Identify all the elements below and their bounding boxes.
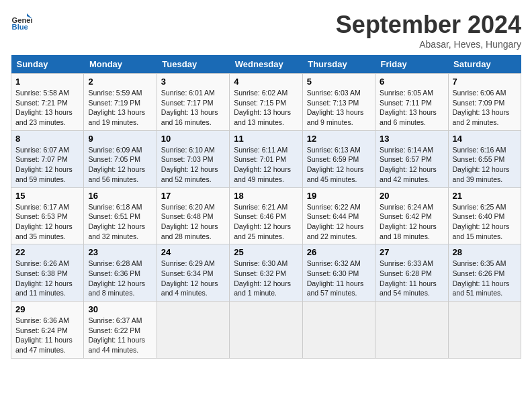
calendar-cell-11: 11Sunrise: 6:11 AM Sunset: 7:01 PM Dayli… <box>230 130 302 187</box>
day-number: 9 <box>88 134 152 144</box>
calendar-cell-empty <box>448 302 521 359</box>
calendar-cell-9: 9Sunrise: 6:09 AM Sunset: 7:05 PM Daylig… <box>84 130 157 187</box>
cell-sun-info: Sunrise: 6:03 AM Sunset: 7:13 PM Dayligh… <box>307 88 371 128</box>
col-header-monday: Monday <box>84 55 157 74</box>
col-header-tuesday: Tuesday <box>157 55 229 74</box>
cell-sun-info: Sunrise: 6:01 AM Sunset: 7:17 PM Dayligh… <box>161 88 225 128</box>
day-number: 20 <box>380 191 443 201</box>
day-number: 22 <box>15 247 79 257</box>
cell-sun-info: Sunrise: 6:22 AM Sunset: 6:44 PM Dayligh… <box>307 202 371 242</box>
calendar-cell-27: 27Sunrise: 6:33 AM Sunset: 6:28 PM Dayli… <box>375 244 448 302</box>
calendar-cell-3: 3Sunrise: 6:01 AM Sunset: 7:17 PM Daylig… <box>157 74 229 131</box>
logo-icon: General Blue <box>11 11 32 32</box>
col-header-thursday: Thursday <box>302 55 375 74</box>
day-number: 28 <box>453 247 517 257</box>
calendar-cell-30: 30Sunrise: 6:37 AM Sunset: 6:22 PM Dayli… <box>84 302 157 359</box>
day-number: 25 <box>234 247 298 257</box>
day-number: 1 <box>15 77 79 87</box>
day-number: 16 <box>88 191 152 201</box>
cell-sun-info: Sunrise: 5:58 AM Sunset: 7:21 PM Dayligh… <box>15 88 79 128</box>
calendar-cell-14: 14Sunrise: 6:16 AM Sunset: 6:55 PM Dayli… <box>448 130 521 187</box>
day-number: 27 <box>380 247 443 257</box>
cell-sun-info: Sunrise: 6:29 AM Sunset: 6:34 PM Dayligh… <box>161 259 225 298</box>
cell-sun-info: Sunrise: 6:20 AM Sunset: 6:48 PM Dayligh… <box>161 202 225 242</box>
calendar-week-4: 29Sunrise: 6:36 AM Sunset: 6:24 PM Dayli… <box>11 302 521 359</box>
calendar-cell-29: 29Sunrise: 6:36 AM Sunset: 6:24 PM Dayli… <box>11 302 84 359</box>
day-number: 8 <box>15 134 79 144</box>
calendar-cell-10: 10Sunrise: 6:10 AM Sunset: 7:03 PM Dayli… <box>157 130 229 187</box>
calendar-table: SundayMondayTuesdayWednesdayThursdayFrid… <box>11 55 521 359</box>
day-number: 17 <box>161 191 225 201</box>
calendar-cell-25: 25Sunrise: 6:30 AM Sunset: 6:32 PM Dayli… <box>230 244 302 302</box>
calendar-cell-17: 17Sunrise: 6:20 AM Sunset: 6:48 PM Dayli… <box>157 187 229 244</box>
day-number: 18 <box>234 191 298 201</box>
calendar-week-3: 22Sunrise: 6:26 AM Sunset: 6:38 PM Dayli… <box>11 244 521 302</box>
day-number: 3 <box>161 77 225 87</box>
calendar-cell-empty <box>157 302 229 359</box>
calendar-cell-18: 18Sunrise: 6:21 AM Sunset: 6:46 PM Dayli… <box>230 187 302 244</box>
title-section: September 2024 Abasar, Heves, Hungary <box>336 11 521 50</box>
cell-sun-info: Sunrise: 6:26 AM Sunset: 6:38 PM Dayligh… <box>15 259 79 298</box>
calendar-cell-12: 12Sunrise: 6:13 AM Sunset: 6:59 PM Dayli… <box>302 130 375 187</box>
svg-text:Blue: Blue <box>12 23 28 31</box>
calendar-cell-24: 24Sunrise: 6:29 AM Sunset: 6:34 PM Dayli… <box>157 244 229 302</box>
cell-sun-info: Sunrise: 5:59 AM Sunset: 7:19 PM Dayligh… <box>88 88 152 128</box>
calendar-cell-8: 8Sunrise: 6:07 AM Sunset: 7:07 PM Daylig… <box>11 130 84 187</box>
cell-sun-info: Sunrise: 6:33 AM Sunset: 6:28 PM Dayligh… <box>380 259 443 298</box>
cell-sun-info: Sunrise: 6:25 AM Sunset: 6:40 PM Dayligh… <box>453 202 517 242</box>
cell-sun-info: Sunrise: 6:06 AM Sunset: 7:09 PM Dayligh… <box>453 88 517 128</box>
cell-sun-info: Sunrise: 6:10 AM Sunset: 7:03 PM Dayligh… <box>161 145 225 185</box>
cell-sun-info: Sunrise: 6:16 AM Sunset: 6:55 PM Dayligh… <box>453 145 517 185</box>
day-number: 4 <box>234 77 298 87</box>
calendar-cell-4: 4Sunrise: 6:02 AM Sunset: 7:15 PM Daylig… <box>230 74 302 131</box>
day-number: 19 <box>307 191 371 201</box>
cell-sun-info: Sunrise: 6:37 AM Sunset: 6:22 PM Dayligh… <box>88 316 152 355</box>
day-number: 5 <box>307 77 371 87</box>
cell-sun-info: Sunrise: 6:18 AM Sunset: 6:51 PM Dayligh… <box>88 202 152 242</box>
cell-sun-info: Sunrise: 6:14 AM Sunset: 6:57 PM Dayligh… <box>380 145 443 185</box>
calendar-week-1: 8Sunrise: 6:07 AM Sunset: 7:07 PM Daylig… <box>11 130 521 187</box>
day-number: 21 <box>453 191 517 201</box>
calendar-cell-2: 2Sunrise: 5:59 AM Sunset: 7:19 PM Daylig… <box>84 74 157 131</box>
day-number: 23 <box>88 247 152 257</box>
cell-sun-info: Sunrise: 6:11 AM Sunset: 7:01 PM Dayligh… <box>234 145 298 185</box>
cell-sun-info: Sunrise: 6:02 AM Sunset: 7:15 PM Dayligh… <box>234 88 298 128</box>
col-header-saturday: Saturday <box>448 55 521 74</box>
day-number: 30 <box>88 304 152 314</box>
cell-sun-info: Sunrise: 6:30 AM Sunset: 6:32 PM Dayligh… <box>234 259 298 298</box>
day-number: 13 <box>380 134 443 144</box>
calendar-cell-5: 5Sunrise: 6:03 AM Sunset: 7:13 PM Daylig… <box>302 74 375 131</box>
day-number: 11 <box>234 134 298 144</box>
cell-sun-info: Sunrise: 6:35 AM Sunset: 6:26 PM Dayligh… <box>453 259 517 298</box>
cell-sun-info: Sunrise: 6:17 AM Sunset: 6:53 PM Dayligh… <box>15 202 79 242</box>
page-header: General Blue September 2024 Abasar, Heve… <box>11 11 521 50</box>
calendar-cell-21: 21Sunrise: 6:25 AM Sunset: 6:40 PM Dayli… <box>448 187 521 244</box>
day-number: 7 <box>453 77 517 87</box>
day-number: 26 <box>307 247 371 257</box>
calendar-cell-22: 22Sunrise: 6:26 AM Sunset: 6:38 PM Dayli… <box>11 244 84 302</box>
calendar-cell-13: 13Sunrise: 6:14 AM Sunset: 6:57 PM Dayli… <box>375 130 448 187</box>
calendar-week-0: 1Sunrise: 5:58 AM Sunset: 7:21 PM Daylig… <box>11 74 521 131</box>
calendar-cell-15: 15Sunrise: 6:17 AM Sunset: 6:53 PM Dayli… <box>11 187 84 244</box>
calendar-cell-20: 20Sunrise: 6:24 AM Sunset: 6:42 PM Dayli… <box>375 187 448 244</box>
calendar-cell-26: 26Sunrise: 6:32 AM Sunset: 6:30 PM Dayli… <box>302 244 375 302</box>
day-number: 14 <box>453 134 517 144</box>
cell-sun-info: Sunrise: 6:24 AM Sunset: 6:42 PM Dayligh… <box>380 202 443 242</box>
calendar-cell-1: 1Sunrise: 5:58 AM Sunset: 7:21 PM Daylig… <box>11 74 84 131</box>
cell-sun-info: Sunrise: 6:07 AM Sunset: 7:07 PM Dayligh… <box>15 145 79 185</box>
cell-sun-info: Sunrise: 6:28 AM Sunset: 6:36 PM Dayligh… <box>88 259 152 298</box>
day-number: 12 <box>307 134 371 144</box>
cell-sun-info: Sunrise: 6:13 AM Sunset: 6:59 PM Dayligh… <box>307 145 371 185</box>
day-number: 2 <box>88 77 152 87</box>
day-number: 10 <box>161 134 225 144</box>
calendar-cell-23: 23Sunrise: 6:28 AM Sunset: 6:36 PM Dayli… <box>84 244 157 302</box>
calendar-cell-6: 6Sunrise: 6:05 AM Sunset: 7:11 PM Daylig… <box>375 74 448 131</box>
day-number: 29 <box>15 304 79 314</box>
calendar-cell-16: 16Sunrise: 6:18 AM Sunset: 6:51 PM Dayli… <box>84 187 157 244</box>
calendar-cell-empty <box>302 302 375 359</box>
location: Abasar, Heves, Hungary <box>336 39 521 50</box>
calendar-cell-empty <box>230 302 302 359</box>
day-number: 6 <box>380 77 443 87</box>
cell-sun-info: Sunrise: 6:21 AM Sunset: 6:46 PM Dayligh… <box>234 202 298 242</box>
calendar-cell-19: 19Sunrise: 6:22 AM Sunset: 6:44 PM Dayli… <box>302 187 375 244</box>
